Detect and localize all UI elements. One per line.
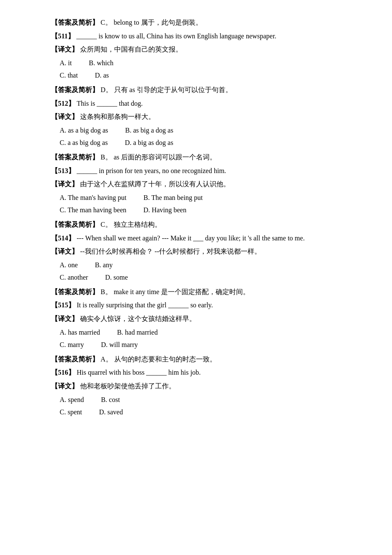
question-line-q514: 【514】 --- When shall we meet again? --- … xyxy=(51,233,341,244)
options-row2-o512: C. a as big dog asD. a big as dog as xyxy=(51,137,341,148)
option: B. any xyxy=(95,260,113,271)
question-line-q515: 【515】 It is really surprising that the g… xyxy=(51,300,341,311)
option: D. a big as dog as xyxy=(125,137,173,148)
options-row2-o516: C. spentD. saved xyxy=(51,407,341,418)
answer-line-a513: 【答案及简析】 C。 独立主格结构。 xyxy=(51,219,341,230)
question-line-q516: 【516】 His quarrel with his boss ______ h… xyxy=(51,367,341,378)
option: A. has married xyxy=(60,327,100,338)
answer-line-answer510: 【答案及简析】 C。 belong to 属于，此句是倒装。 xyxy=(51,17,341,28)
option: C. another xyxy=(60,272,88,283)
option: B. had married xyxy=(117,327,158,338)
option: D. will marry xyxy=(101,339,138,350)
answer-line-a511: 【答案及简析】 D。 只有 as 引导的定于从句可以位于句首。 xyxy=(51,84,341,95)
option: B. cost xyxy=(101,394,120,405)
option: A. spend xyxy=(60,394,84,405)
option: B. which xyxy=(89,58,113,69)
options-row1-o513: A. The man's having putB. The man being … xyxy=(51,192,341,203)
option: C. spent xyxy=(60,407,82,418)
translation-line-t511: 【译文】 众所周知，中国有自己的英文报。 xyxy=(51,44,341,55)
options-row1-o515: A. has marriedB. had married xyxy=(51,327,341,338)
option: A. one xyxy=(60,260,78,271)
options-row2-o511: C. thatD. as xyxy=(51,70,341,81)
option: A. it xyxy=(60,58,72,69)
question-line-q513: 【513】 ______ in prison for ten years, no… xyxy=(51,165,341,176)
option: D. saved xyxy=(99,407,123,418)
option: C. that xyxy=(60,70,78,81)
options-row2-o513: C. The man having beenD. Having been xyxy=(51,205,341,216)
option: D. some xyxy=(105,272,128,283)
translation-line-t515: 【译文】 确实令人惊讶，这个女孩结婚这样早。 xyxy=(51,313,341,324)
options-row2-o515: C. marryD. will marry xyxy=(51,339,341,350)
options-row1-o512: A. as a big dog asB. as big a dog as xyxy=(51,125,341,136)
translation-line-t512: 【译文】 这条狗和那条狗一样大。 xyxy=(51,111,341,122)
option: C. marry xyxy=(60,339,84,350)
option: C. a as big dog as xyxy=(60,137,108,148)
option: D. as xyxy=(95,70,109,81)
options-row1-o511: A. itB. which xyxy=(51,58,341,69)
option: C. The man having been xyxy=(60,205,127,216)
options-row2-o514: C. anotherD. some xyxy=(51,272,341,283)
option: D. Having been xyxy=(144,205,187,216)
option: A. as a big dog as xyxy=(60,125,108,136)
options-row1-o516: A. spendB. cost xyxy=(51,394,341,405)
answer-line-a512: 【答案及简析】 B。 as 后面的形容词可以跟一个名词。 xyxy=(51,152,341,163)
option: B. as big a dog as xyxy=(125,125,173,136)
translation-line-t516: 【译文】 他和老板吵架使他丢掉了工作。 xyxy=(51,381,341,392)
option: B. The man being put xyxy=(144,192,203,203)
answer-line-a515: 【答案及简析】 A。 从句的时态要和主句的时态一致。 xyxy=(51,354,341,365)
answer-line-a514: 【答案及简析】 B。 make it any time 是一个固定搭配，确定时间… xyxy=(51,286,341,298)
question-line-q512: 【512】 This is ______ that dog. xyxy=(51,98,341,109)
translation-line-t514: 【译文】 --我们什么时候再相会？ --什么时候都行，对我来说都一样。 xyxy=(51,246,341,257)
translation-line-t513: 【译文】 由于这个人在监狱蹲了十年，所以没有人认识他。 xyxy=(51,179,341,190)
question-line-q511: 【511】 ______ is know to us all, China ha… xyxy=(51,31,341,42)
options-row1-o514: A. oneB. any xyxy=(51,260,341,271)
main-content: 【答案及简析】 C。 belong to 属于，此句是倒装。【511】 ____… xyxy=(51,17,341,418)
option: A. The man's having put xyxy=(60,192,127,203)
